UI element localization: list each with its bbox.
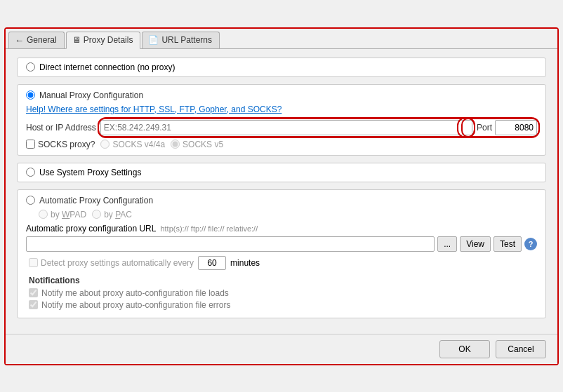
socks-proxy-check-label[interactable]: SOCKS proxy? <box>26 140 95 149</box>
notify-errors-label: Notify me about proxy auto-configuration… <box>41 300 230 310</box>
direct-label: Direct internet connection (no proxy) <box>39 62 175 72</box>
manual-label: Manual Proxy Configuration <box>39 90 143 100</box>
proxy-dialog: ← General 🖥 Proxy Details 📄 URL Patterns… <box>4 27 559 365</box>
detect-check-label: Detect proxy settings automatically ever… <box>29 258 194 268</box>
port-label: Port <box>477 123 492 133</box>
url-hint: http(s):// ftp:// file:// relative:// <box>160 224 258 233</box>
direct-radio[interactable] <box>26 62 35 72</box>
socks-v4-text: SOCKS v4/4a <box>112 140 165 149</box>
notify-loads-label: Notify me about proxy auto-configuration… <box>41 288 229 298</box>
auto-header: Automatic Proxy Configuration <box>26 196 537 205</box>
browse-button[interactable]: ... <box>437 236 457 252</box>
detect-interval-input[interactable] <box>198 256 226 270</box>
system-label: Use System Proxy Settings <box>39 168 141 177</box>
by-wpad-label: by WPAD <box>39 210 86 219</box>
help-link[interactable]: Help! Where are settings for HTTP, SSL, … <box>26 104 537 114</box>
detect-row: Detect proxy settings automatically ever… <box>26 256 537 270</box>
url-input[interactable] <box>26 236 435 252</box>
system-section: Use System Proxy Settings <box>17 163 546 182</box>
cancel-button[interactable]: Cancel <box>496 340 546 358</box>
socks-v5-label: SOCKS v5 <box>171 140 223 149</box>
help-icon[interactable]: ? <box>524 238 537 250</box>
dialog-footer: OK Cancel <box>6 334 557 364</box>
auto-radio[interactable] <box>26 196 35 205</box>
host-row: Host or IP Address Port <box>26 120 537 135</box>
view-button[interactable]: View <box>460 236 491 252</box>
host-input-wrapper <box>100 120 472 135</box>
socks-proxy-checkbox[interactable] <box>26 140 35 149</box>
by-pac-label: by PAC <box>92 210 132 219</box>
manual-radio[interactable] <box>26 90 35 100</box>
tab-proxy-details-label: Proxy Details <box>84 35 133 45</box>
socks-v5-text: SOCKS v5 <box>183 140 223 149</box>
direct-section: Direct internet connection (no proxy) <box>17 58 546 77</box>
socks-v4-radio[interactable] <box>100 140 110 149</box>
notifications-title: Notifications <box>29 276 537 285</box>
socks-v4-label: SOCKS v4/4a <box>100 140 165 149</box>
tab-url-patterns[interactable]: 📄 URL Patterns <box>142 32 220 48</box>
notif-errors-item: Notify me about proxy auto-configuration… <box>29 300 537 310</box>
dialog-content: Direct internet connection (no proxy) Ma… <box>6 49 557 334</box>
auto-section: Automatic Proxy Configuration by WPAD by… <box>17 189 546 318</box>
notify-loads-checkbox[interactable] <box>29 288 38 297</box>
tab-bar: ← General 🖥 Proxy Details 📄 URL Patterns <box>6 29 557 49</box>
system-radio[interactable] <box>26 168 35 177</box>
host-label: Host or IP Address <box>26 123 96 133</box>
auto-label: Automatic Proxy Configuration <box>39 196 153 205</box>
url-config-label: Automatic proxy configuration URL <box>26 224 156 234</box>
socks-proxy-label: SOCKS proxy? <box>38 140 95 149</box>
proxy-details-icon: 🖥 <box>72 35 81 45</box>
url-label-row: Automatic proxy configuration URL http(s… <box>26 224 537 234</box>
auto-sub-row: by WPAD by PAC <box>26 210 537 219</box>
tab-general[interactable]: ← General <box>8 32 65 48</box>
tab-url-patterns-label: URL Patterns <box>161 35 212 45</box>
test-button[interactable]: Test <box>494 236 522 252</box>
detect-text: Detect proxy settings automatically ever… <box>41 258 194 268</box>
general-icon: ← <box>15 35 24 46</box>
by-pac-text: by PAC <box>104 210 132 219</box>
url-row: ... View Test ? <box>26 236 537 252</box>
ok-button[interactable]: OK <box>439 340 490 358</box>
manual-radio-row: Manual Proxy Configuration <box>26 90 537 100</box>
notif-loads-item: Notify me about proxy auto-configuration… <box>29 288 537 298</box>
notifications-section: Notifications Notify me about proxy auto… <box>26 276 537 310</box>
tab-general-label: General <box>27 35 57 45</box>
host-input[interactable] <box>100 120 472 135</box>
tab-proxy-details[interactable]: 🖥 Proxy Details <box>66 32 141 49</box>
detect-checkbox[interactable] <box>29 258 38 267</box>
manual-section: Manual Proxy Configuration Help! Where a… <box>17 84 546 156</box>
port-input[interactable] <box>495 120 537 135</box>
detect-unit: minutes <box>230 258 260 268</box>
url-patterns-icon: 📄 <box>148 35 159 45</box>
port-wrapper: Port <box>477 120 537 135</box>
by-wpad-text: by WPAD <box>51 210 86 219</box>
by-pac-radio[interactable] <box>92 210 101 219</box>
socks-v5-radio[interactable] <box>171 140 180 149</box>
notify-errors-checkbox[interactable] <box>29 300 38 309</box>
socks-row: SOCKS proxy? SOCKS v4/4a SOCKS v5 <box>26 140 537 149</box>
by-wpad-radio[interactable] <box>39 210 48 219</box>
